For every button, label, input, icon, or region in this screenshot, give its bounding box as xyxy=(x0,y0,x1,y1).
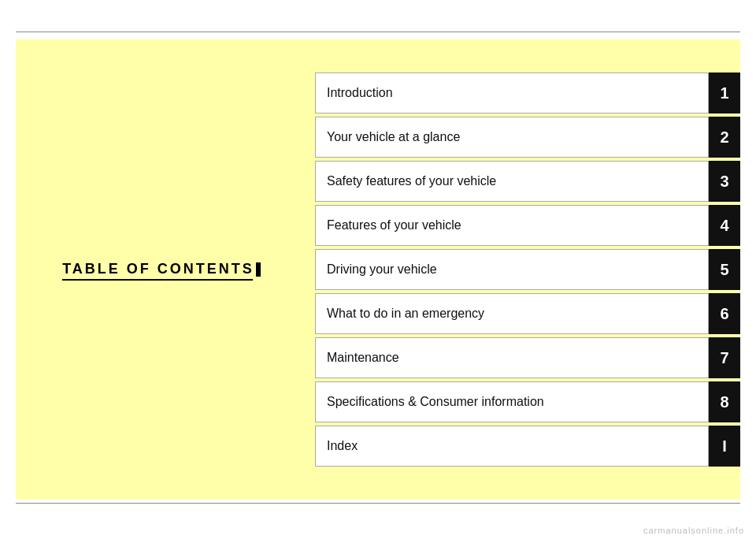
toc-item-number: 1 xyxy=(709,73,740,113)
toc-item-label: What to do in an emergency xyxy=(315,293,709,334)
toc-item[interactable]: Safety features of your vehicle3 xyxy=(315,161,740,202)
toc-item-label: Safety features of your vehicle xyxy=(315,161,709,202)
toc-title: TABLE OF CONTENTS xyxy=(62,261,261,277)
main-content: TABLE OF CONTENTS Introduction1Your vehi… xyxy=(16,39,740,500)
toc-item-number: 7 xyxy=(709,337,740,378)
toc-item-label: Maintenance xyxy=(315,337,709,378)
top-divider xyxy=(16,32,740,32)
toc-item-label: Features of your vehicle xyxy=(315,205,709,246)
toc-item-number: 3 xyxy=(709,161,740,202)
toc-item-number: I xyxy=(709,426,740,467)
toc-item-number: 4 xyxy=(709,205,740,246)
toc-item-label: Your vehicle at a glance xyxy=(315,117,709,158)
toc-item-label: Specifications & Consumer information xyxy=(315,381,709,422)
toc-item[interactable]: IndexI xyxy=(315,426,740,467)
toc-item-label: Driving your vehicle xyxy=(315,249,709,290)
toc-item[interactable]: Your vehicle at a glance2 xyxy=(315,117,740,158)
toc-item[interactable]: Introduction1 xyxy=(315,73,740,113)
toc-item[interactable]: Maintenance7 xyxy=(315,337,740,378)
toc-item-number: 8 xyxy=(709,381,740,422)
toc-item[interactable]: What to do in an emergency6 xyxy=(315,293,740,334)
toc-item[interactable]: Specifications & Consumer information8 xyxy=(315,381,740,422)
right-panel: Introduction1Your vehicle at a glance2Sa… xyxy=(307,39,740,500)
toc-item-number: 2 xyxy=(709,117,740,158)
toc-item[interactable]: Driving your vehicle5 xyxy=(315,249,740,290)
toc-item-number: 5 xyxy=(709,249,740,290)
toc-title-text: TABLE OF CONTENTS xyxy=(62,261,254,277)
toc-title-cursor xyxy=(256,262,261,277)
watermark: carmanualsonline.info xyxy=(643,526,744,535)
toc-item-number: 6 xyxy=(709,293,740,334)
toc-item[interactable]: Features of your vehicle4 xyxy=(315,205,740,246)
toc-item-label: Introduction xyxy=(315,73,709,113)
left-panel: TABLE OF CONTENTS xyxy=(16,39,307,500)
bottom-divider xyxy=(16,503,740,504)
toc-item-label: Index xyxy=(315,426,709,467)
